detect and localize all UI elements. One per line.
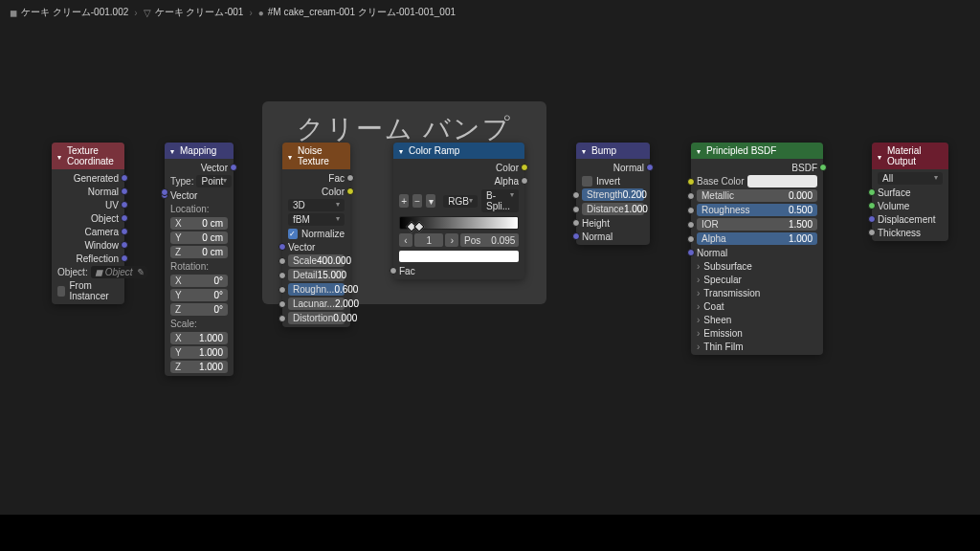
coat-group[interactable]: Coat [691, 299, 823, 313]
mapping-type-select[interactable]: Point [196, 175, 232, 187]
roughness-field[interactable]: Roughness0.500 [697, 204, 817, 216]
node-color-ramp[interactable]: Color Ramp Color Alpha + − ▾ RGB B-Spli.… [393, 143, 524, 279]
noise-dim-select[interactable]: 3D [288, 199, 345, 211]
node-material-output[interactable]: Material Output All Surface Volume Displ… [872, 143, 948, 241]
loc-y-field[interactable]: Y0 cm [170, 231, 228, 244]
emission-group[interactable]: Emission [691, 326, 823, 340]
thinfilm-group[interactable]: Thin Film [691, 340, 823, 353]
node-mapping[interactable]: Mapping Vector Type:Point Vector Locatio… [165, 143, 234, 376]
bottom-bar [0, 515, 980, 551]
ramp-next-button[interactable]: › [445, 233, 458, 247]
node-header[interactable]: Texture Coordinate [52, 143, 124, 169]
ramp-color-swatch[interactable] [399, 251, 519, 262]
node-header[interactable]: Material Output [872, 143, 948, 169]
ior-field[interactable]: IOR1.500 [697, 218, 817, 231]
ramp-prev-button[interactable]: ‹ [399, 233, 412, 247]
sheen-group[interactable]: Sheen [691, 313, 823, 326]
transmission-group[interactable]: Transmission [691, 286, 823, 299]
noise-lacunar-field[interactable]: Lacunar...2.000 [288, 298, 345, 310]
noise-detail-field[interactable]: Detail15.000 [288, 269, 345, 281]
scl-y-field[interactable]: Y1.000 [170, 346, 228, 359]
noise-distort-field[interactable]: Distortion0.000 [288, 312, 345, 324]
bump-strength-field[interactable]: Strength0.200 [582, 188, 644, 201]
base-color-swatch[interactable] [747, 175, 817, 187]
invert-checkbox[interactable]: ✓Invert [576, 174, 650, 187]
bump-distance-field[interactable]: Distance1.000 [582, 203, 644, 215]
output-target-select[interactable]: All [878, 172, 943, 185]
normalize-checkbox[interactable]: ✓Normalize [282, 227, 350, 240]
scl-z-field[interactable]: Z1.000 [170, 361, 228, 373]
alpha-field[interactable]: Alpha1.000 [697, 232, 817, 245]
ramp-remove-button[interactable]: − [412, 194, 422, 208]
node-header[interactable]: Noise Texture [282, 143, 350, 169]
rot-z-field[interactable]: Z0° [170, 303, 228, 316]
node-header[interactable]: Color Ramp [393, 143, 524, 159]
node-header[interactable]: Principled BSDF [691, 143, 823, 159]
ramp-index-field[interactable]: 1 [414, 233, 443, 247]
ramp-add-button[interactable]: + [399, 194, 409, 208]
metallic-field[interactable]: Metallic0.000 [697, 189, 817, 202]
scl-x-field[interactable]: X1.000 [170, 332, 228, 344]
loc-x-field[interactable]: X0 cm [170, 217, 228, 230]
node-header[interactable]: Mapping [165, 143, 234, 159]
ramp-menu-button[interactable]: ▾ [426, 194, 435, 208]
color-ramp-gradient[interactable] [399, 216, 519, 230]
rot-x-field[interactable]: X0° [170, 275, 228, 287]
noise-rough-field[interactable]: Roughn...0.600 [288, 283, 345, 296]
node-principled-bsdf[interactable]: Principled BSDF BSDF Base Color Metallic… [691, 143, 823, 355]
noise-scale-field[interactable]: Scale400.000 [288, 254, 345, 267]
from-instancer-checkbox[interactable]: ✓From Instancer [52, 279, 124, 302]
specular-group[interactable]: Specular [691, 273, 823, 286]
ramp-pos-field[interactable]: Pos 0.095 [460, 233, 519, 247]
node-noise-texture[interactable]: Noise Texture Fac Color 3D fBM ✓Normaliz… [282, 143, 350, 327]
node-canvas[interactable]: クリーム バンプ Texture Coordinate Generated No… [0, 0, 980, 551]
object-field[interactable]: ◼Object✎ [91, 266, 147, 278]
noise-type-select[interactable]: fBM [288, 213, 345, 226]
ramp-mode2-select[interactable]: B-Spli... [481, 189, 519, 212]
rot-y-field[interactable]: Y0° [170, 289, 228, 301]
ramp-mode1-select[interactable]: RGB [443, 195, 478, 208]
node-links [0, 0, 287, 143]
node-texture-coordinate[interactable]: Texture Coordinate Generated Normal UV O… [52, 143, 124, 304]
node-bump[interactable]: Bump Normal ✓Invert Strength0.200 Distan… [576, 143, 650, 245]
subsurface-group[interactable]: Subsurface [691, 259, 823, 273]
loc-z-field[interactable]: Z0 cm [170, 246, 228, 258]
node-header[interactable]: Bump [576, 143, 650, 159]
